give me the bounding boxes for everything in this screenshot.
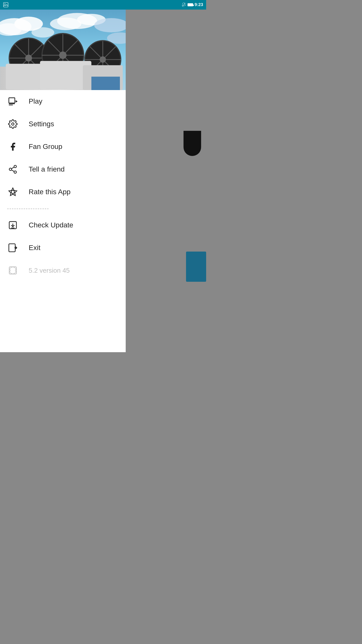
- drawer-header-image: [0, 10, 126, 90]
- star-icon: [7, 186, 19, 198]
- status-bar: 9:23: [0, 0, 206, 10]
- svg-marker-40: [16, 100, 18, 103]
- black-shape: [184, 131, 201, 156]
- status-bar-left: [3, 2, 9, 8]
- svg-rect-39: [9, 98, 15, 103]
- time-display: 9:23: [195, 2, 203, 7]
- content-overlay[interactable]: [126, 0, 206, 352]
- menu-exit-label: Exit: [29, 244, 40, 252]
- menu-fan-group-label: Fan Group: [29, 143, 62, 151]
- svg-point-44: [14, 165, 17, 168]
- menu-divider: ------------------: [0, 203, 126, 214]
- svg-point-20: [25, 55, 32, 61]
- menu-item-play[interactable]: Play: [0, 90, 126, 113]
- share-icon: [7, 164, 19, 175]
- svg-point-10: [31, 27, 54, 37]
- svg-point-1: [5, 4, 6, 5]
- menu-play-label: Play: [29, 97, 42, 105]
- menu-item-check-update[interactable]: Check Update: [0, 214, 126, 236]
- menu-item-rate-app[interactable]: Rate this App: [0, 181, 126, 203]
- fan-background: [0, 10, 126, 90]
- menu-tell-friend-label: Tell a friend: [29, 165, 65, 173]
- settings-icon: [7, 118, 19, 130]
- facebook-icon: [7, 141, 19, 152]
- svg-point-27: [59, 52, 67, 59]
- menu-settings-label: Settings: [29, 120, 54, 128]
- navigation-drawer: Play Settings Fan Group: [0, 0, 126, 352]
- image-icon: [3, 2, 9, 8]
- menu-item-tell-friend[interactable]: Tell a friend: [0, 158, 126, 181]
- svg-line-47: [12, 170, 14, 171]
- menu-item-version: 5.2 version 45: [0, 259, 126, 282]
- menu-check-update-label: Check Update: [29, 221, 73, 229]
- no-notification-icon: [182, 3, 186, 7]
- svg-point-43: [12, 123, 14, 125]
- play-icon: [7, 96, 19, 107]
- svg-point-7: [50, 18, 81, 30]
- menu-rate-app-label: Rate this App: [29, 188, 71, 196]
- svg-point-50: [11, 190, 15, 194]
- svg-point-34: [100, 56, 106, 63]
- svg-marker-49: [9, 188, 17, 195]
- svg-rect-0: [4, 3, 8, 7]
- status-bar-right: 9:23: [182, 2, 203, 7]
- svg-rect-54: [9, 244, 15, 252]
- drawer-menu: Play Settings Fan Group: [0, 90, 126, 352]
- exit-icon: [7, 242, 19, 254]
- version-icon: [7, 265, 19, 276]
- svg-point-46: [14, 171, 17, 173]
- svg-rect-38: [91, 77, 120, 90]
- svg-line-48: [12, 167, 14, 169]
- battery-icon: [188, 3, 193, 6]
- menu-item-settings[interactable]: Settings: [0, 113, 126, 135]
- svg-point-45: [9, 168, 12, 171]
- blue-button[interactable]: [186, 252, 206, 282]
- download-icon: [7, 219, 19, 231]
- menu-version-label: 5.2 version 45: [29, 267, 70, 274]
- menu-item-exit[interactable]: Exit: [0, 236, 126, 259]
- menu-item-fan-group[interactable]: Fan Group: [0, 135, 126, 158]
